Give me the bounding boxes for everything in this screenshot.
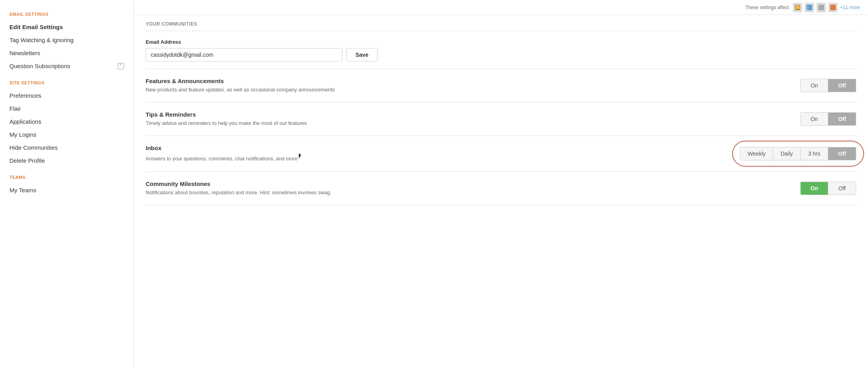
tips-desc: Timely advice and reminders to help you … <box>146 120 785 127</box>
tips-controls: On Off <box>800 112 856 126</box>
sidebar-item-newsletters[interactable]: Newsletters <box>9 46 124 59</box>
inbox-highlight-container: Weekly Daily 3 hrs Off <box>740 147 856 160</box>
tips-title: Tips & Reminders <box>146 111 785 118</box>
email-input[interactable] <box>146 48 342 61</box>
top-bar: These settings affect 🔔 | +11 more <box>134 0 868 15</box>
sidebar-item-question-subscriptions[interactable]: Question Subscriptions <box>9 59 124 72</box>
inbox-weekly-button[interactable]: Weekly <box>740 147 773 160</box>
community-icons: 🔔 | +11 more <box>793 3 860 12</box>
features-on-button[interactable]: On <box>801 79 828 92</box>
features-info: Features & Announcements New products an… <box>146 78 785 93</box>
svg-text:|: | <box>807 6 808 10</box>
milestones-desc: Notifications about bounties, reputation… <box>146 189 785 196</box>
inbox-off-button[interactable]: Off <box>828 147 856 160</box>
features-desc: New products and feature updates, as wel… <box>146 86 785 93</box>
svg-text:🔔: 🔔 <box>796 5 800 10</box>
community-icon-2: | <box>805 3 814 12</box>
milestones-toggle-group: On Off <box>800 182 856 195</box>
sidebar-item-preferences[interactable]: Preferences <box>9 89 124 102</box>
milestones-title: Community Milestones <box>146 180 785 187</box>
community-icon-3 <box>816 3 826 12</box>
email-row: Save <box>146 48 856 61</box>
main-content: These settings affect 🔔 | +11 more YOUR … <box>134 0 868 368</box>
sidebar: EMAIL SETTINGS Edit Email Settings Tag W… <box>0 0 134 368</box>
sidebar-item-my-logins[interactable]: My Logins <box>9 128 124 141</box>
inbox-toggle-group: Weekly Daily 3 hrs Off <box>740 147 856 160</box>
teams-section-label: TEAMS <box>9 175 124 180</box>
tips-on-button[interactable]: On <box>801 113 828 125</box>
features-toggle-group: On Off <box>800 79 856 92</box>
svg-rect-4 <box>818 5 824 10</box>
features-controls: On Off <box>800 79 856 92</box>
milestones-info: Community Milestones Notifications about… <box>146 180 785 196</box>
site-settings-section-label: SITE SETTINGS <box>9 80 124 85</box>
features-title: Features & Announcements <box>146 78 785 84</box>
sidebar-item-edit-email[interactable]: Edit Email Settings <box>9 20 124 33</box>
svg-rect-5 <box>830 5 836 10</box>
content-area: YOUR COMMUNITIES Email Address Save Feat… <box>134 15 868 205</box>
save-button[interactable]: Save <box>346 48 378 61</box>
milestones-off-button[interactable]: Off <box>828 182 856 195</box>
milestones-controls: On Off <box>800 182 856 195</box>
email-address-label: Email Address <box>146 39 856 45</box>
community-icon-1: 🔔 <box>793 3 802 12</box>
tips-toggle-group: On Off <box>800 112 856 126</box>
external-link-icon <box>118 63 124 69</box>
inbox-controls: Weekly Daily 3 hrs Off <box>740 147 856 160</box>
sidebar-item-delete-profile[interactable]: Delete Profile <box>9 154 124 167</box>
sidebar-item-tag-watching[interactable]: Tag Watching & Ignoring <box>9 33 124 46</box>
inbox-title: Inbox <box>146 145 724 151</box>
community-milestones-row: Community Milestones Notifications about… <box>146 172 856 205</box>
features-off-button[interactable]: Off <box>828 79 856 92</box>
milestones-on-button[interactable]: On <box>801 182 828 195</box>
sidebar-item-my-teams[interactable]: My Teams <box>9 184 124 197</box>
sidebar-item-flair[interactable]: Flair <box>9 102 124 115</box>
inbox-row: Inbox Answers to your questions, comment… <box>146 136 856 171</box>
sidebar-item-applications[interactable]: Applications <box>9 115 124 128</box>
inbox-daily-button[interactable]: Daily <box>773 147 801 160</box>
email-settings-section-label: EMAIL SETTINGS <box>9 12 124 17</box>
inbox-info: Inbox Answers to your questions, comment… <box>146 145 724 162</box>
tips-reminders-row: Tips & Reminders Timely advice and remin… <box>146 102 856 136</box>
tips-info: Tips & Reminders Timely advice and remin… <box>146 111 785 127</box>
inbox-desc: Answers to your questions, comments, cha… <box>146 153 724 162</box>
community-icon-4 <box>828 3 838 12</box>
email-section: Email Address Save <box>146 31 856 69</box>
communities-header: YOUR COMMUNITIES <box>146 15 856 31</box>
inbox-3hrs-button[interactable]: 3 hrs <box>801 147 828 160</box>
more-communities[interactable]: +11 more <box>840 5 860 10</box>
cursor-icon <box>299 153 304 160</box>
sidebar-item-hide-communities[interactable]: Hide Communities <box>9 141 124 154</box>
tips-off-button[interactable]: Off <box>828 113 856 125</box>
features-announcements-row: Features & Announcements New products an… <box>146 69 856 102</box>
settings-affect-text: These settings affect <box>745 5 789 10</box>
